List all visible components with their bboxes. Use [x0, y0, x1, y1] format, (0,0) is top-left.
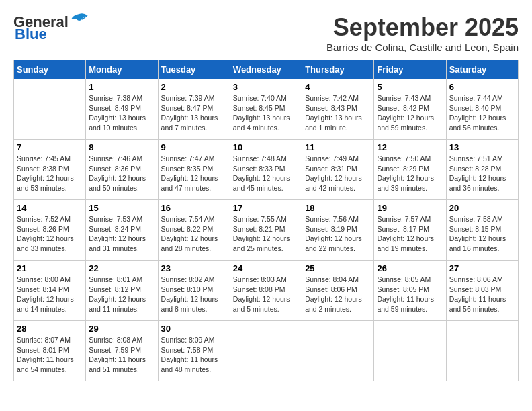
day-info-line: and 19 minutes.: [377, 244, 443, 254]
calendar-cell: 8Sunrise: 7:46 AMSunset: 8:36 PMDaylight…: [86, 140, 158, 200]
day-info-line: Sunrise: 8:09 AM: [161, 335, 227, 345]
day-info-line: and 50 minutes.: [89, 183, 154, 193]
day-info-line: and 1 minute.: [305, 123, 371, 133]
day-info-line: and 53 minutes.: [17, 183, 83, 193]
day-number: 7: [17, 142, 83, 152]
day-info-line: Sunset: 8:43 PM: [305, 103, 371, 113]
day-number: 16: [161, 203, 227, 213]
day-info-line: Sunset: 8:49 PM: [89, 103, 154, 113]
day-info: Sunrise: 7:54 AMSunset: 8:22 PMDaylight:…: [161, 214, 227, 254]
calendar-cell: 30Sunrise: 8:09 AMSunset: 7:58 PMDayligh…: [158, 321, 230, 381]
day-info-line: and 7 minutes.: [161, 123, 227, 133]
day-info-line: Sunrise: 7:57 AM: [377, 214, 443, 224]
day-info-line: Sunrise: 8:07 AM: [17, 335, 83, 345]
calendar-cell: [374, 321, 446, 381]
day-info-line: Sunrise: 8:00 AM: [17, 275, 83, 285]
day-info-line: Sunrise: 7:47 AM: [161, 154, 227, 164]
day-info-line: Sunrise: 7:39 AM: [161, 93, 227, 103]
day-info: Sunrise: 7:55 AMSunset: 8:21 PMDaylight:…: [233, 214, 299, 254]
day-info-line: Daylight: 12 hours: [305, 173, 371, 183]
calendar-week-row: 7Sunrise: 7:45 AMSunset: 8:38 PMDaylight…: [14, 140, 519, 200]
day-info: Sunrise: 7:53 AMSunset: 8:24 PMDaylight:…: [89, 214, 154, 254]
day-info-line: and 11 minutes.: [89, 304, 154, 314]
day-info-line: Sunset: 8:01 PM: [17, 345, 83, 355]
day-info-line: Daylight: 13 hours: [305, 113, 371, 123]
day-info: Sunrise: 8:08 AMSunset: 7:59 PMDaylight:…: [89, 335, 154, 375]
calendar-cell: 20Sunrise: 7:58 AMSunset: 8:15 PMDayligh…: [446, 200, 518, 261]
day-info-line: Sunrise: 7:40 AM: [233, 93, 299, 103]
day-info-line: Sunrise: 8:06 AM: [449, 275, 515, 285]
day-info: Sunrise: 8:02 AMSunset: 8:10 PMDaylight:…: [161, 275, 227, 314]
day-info-line: Daylight: 12 hours: [449, 113, 515, 123]
day-number: 15: [89, 203, 154, 213]
day-info-line: Sunset: 8:45 PM: [233, 103, 299, 113]
day-info: Sunrise: 7:43 AMSunset: 8:42 PMDaylight:…: [377, 93, 443, 133]
day-number: 20: [449, 203, 515, 213]
day-info-line: and 56 minutes.: [449, 304, 515, 314]
calendar-cell: 12Sunrise: 7:50 AMSunset: 8:29 PMDayligh…: [374, 140, 446, 200]
day-info-line: Sunset: 8:15 PM: [449, 224, 515, 234]
calendar-cell: 9Sunrise: 7:47 AMSunset: 8:35 PMDaylight…: [158, 140, 230, 200]
day-info: Sunrise: 7:57 AMSunset: 8:17 PMDaylight:…: [377, 214, 443, 254]
calendar-cell: 11Sunrise: 7:49 AMSunset: 8:31 PMDayligh…: [302, 140, 374, 200]
calendar-cell: [302, 321, 374, 381]
day-number: 22: [89, 263, 154, 273]
day-number: 14: [17, 203, 83, 213]
day-info-line: and 56 minutes.: [449, 123, 515, 133]
day-info-line: Sunrise: 8:05 AM: [377, 275, 443, 285]
day-info-line: Sunrise: 7:56 AM: [305, 214, 371, 224]
day-info: Sunrise: 7:39 AMSunset: 8:47 PMDaylight:…: [161, 93, 227, 133]
day-number: 29: [89, 324, 154, 334]
calendar-cell: 19Sunrise: 7:57 AMSunset: 8:17 PMDayligh…: [374, 200, 446, 261]
day-info-line: Sunrise: 8:02 AM: [161, 275, 227, 285]
day-info: Sunrise: 7:45 AMSunset: 8:38 PMDaylight:…: [17, 154, 83, 193]
day-info-line: Daylight: 12 hours: [17, 173, 83, 183]
day-info-line: Sunrise: 7:58 AM: [449, 214, 515, 224]
day-info-line: Sunset: 8:05 PM: [377, 285, 443, 295]
calendar-header-row: SundayMondayTuesdayWednesdayThursdayFrid…: [14, 60, 519, 79]
day-info-line: Sunrise: 7:53 AM: [89, 214, 154, 224]
day-info-line: Daylight: 12 hours: [161, 294, 227, 304]
calendar-cell: 7Sunrise: 7:45 AMSunset: 8:38 PMDaylight…: [14, 140, 86, 200]
day-info: Sunrise: 7:44 AMSunset: 8:40 PMDaylight:…: [449, 93, 515, 133]
day-info-line: Sunset: 8:22 PM: [161, 224, 227, 234]
day-info-line: Daylight: 12 hours: [377, 173, 443, 183]
day-info-line: and 39 minutes.: [377, 183, 443, 193]
day-info-line: Sunrise: 7:44 AM: [449, 93, 515, 103]
day-number: 8: [89, 142, 154, 152]
day-number: 17: [233, 203, 299, 213]
day-info: Sunrise: 7:40 AMSunset: 8:45 PMDaylight:…: [233, 93, 299, 133]
day-number: 2: [161, 82, 227, 92]
day-info-line: Daylight: 11 hours: [17, 355, 83, 365]
day-info-line: and 8 minutes.: [161, 304, 227, 314]
day-info: Sunrise: 7:48 AMSunset: 8:33 PMDaylight:…: [233, 154, 299, 193]
day-info-line: and 36 minutes.: [449, 183, 515, 193]
day-info-line: Sunset: 8:26 PM: [17, 224, 83, 234]
day-info-line: and 54 minutes.: [17, 365, 83, 375]
day-number: 12: [377, 142, 443, 152]
day-info-line: Sunset: 8:14 PM: [17, 285, 83, 295]
day-info-line: Sunset: 8:33 PM: [233, 164, 299, 174]
day-info-line: and 31 minutes.: [89, 244, 154, 254]
day-number: 13: [449, 142, 515, 152]
day-info-line: Sunset: 8:38 PM: [17, 164, 83, 174]
day-info-line: and 59 minutes.: [377, 123, 443, 133]
day-info-line: Daylight: 12 hours: [89, 173, 154, 183]
day-info-line: Sunset: 8:42 PM: [377, 103, 443, 113]
day-number: 27: [449, 263, 515, 273]
day-info: Sunrise: 7:38 AMSunset: 8:49 PMDaylight:…: [89, 93, 154, 133]
day-info: Sunrise: 8:04 AMSunset: 8:06 PMDaylight:…: [305, 275, 371, 314]
day-info-line: and 48 minutes.: [161, 365, 227, 375]
calendar-cell: 4Sunrise: 7:42 AMSunset: 8:43 PMDaylight…: [302, 79, 374, 140]
day-info-line: Daylight: 13 hours: [233, 113, 299, 123]
calendar-cell: 25Sunrise: 8:04 AMSunset: 8:06 PMDayligh…: [302, 261, 374, 321]
day-info-line: Sunset: 8:08 PM: [233, 285, 299, 295]
day-info-line: and 28 minutes.: [161, 244, 227, 254]
calendar-cell: [230, 321, 302, 381]
day-info-line: Sunrise: 7:54 AM: [161, 214, 227, 224]
calendar-cell: 28Sunrise: 8:07 AMSunset: 8:01 PMDayligh…: [14, 321, 86, 381]
calendar-cell: 22Sunrise: 8:01 AMSunset: 8:12 PMDayligh…: [86, 261, 158, 321]
calendar-cell: 18Sunrise: 7:56 AMSunset: 8:19 PMDayligh…: [302, 200, 374, 261]
column-header-saturday: Saturday: [446, 60, 518, 79]
calendar-cell: 29Sunrise: 8:08 AMSunset: 7:59 PMDayligh…: [86, 321, 158, 381]
